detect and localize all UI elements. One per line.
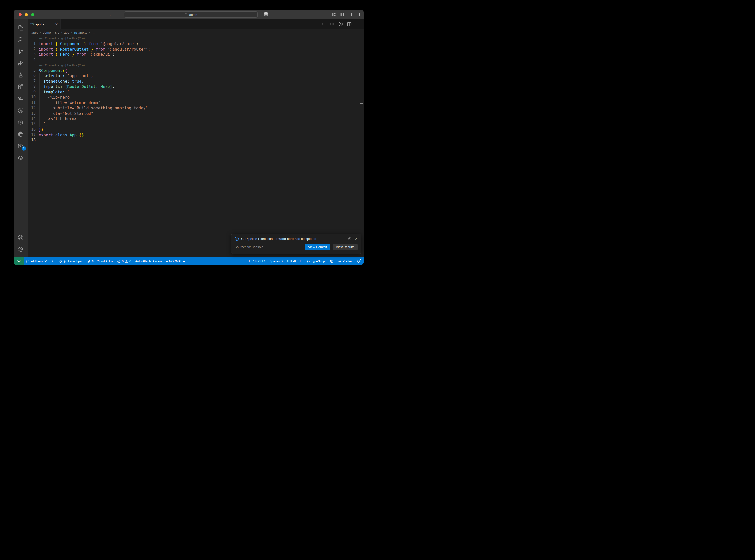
auto-attach-item[interactable]: Auto Attach: Always	[133, 257, 164, 265]
current-position-icon[interactable]	[321, 22, 325, 26]
nav-back-icon[interactable]: ←	[109, 12, 113, 17]
notification-settings-icon[interactable]	[348, 237, 352, 241]
code-editor[interactable]: You, 26 minutes ago | 1 author (You)1imp…	[27, 36, 364, 257]
edge-tools-icon[interactable]	[14, 128, 27, 140]
code-line[interactable]: 10 <lib-hero	[27, 95, 364, 100]
testing-icon[interactable]	[14, 69, 27, 81]
search-icon	[185, 13, 188, 16]
copilot-status-item[interactable]	[328, 257, 336, 265]
problems-item[interactable]: 0 0	[115, 257, 133, 265]
breadcrumb-item[interactable]: TSapp.ts	[74, 31, 87, 34]
breadcrumb-separator: ›	[71, 31, 72, 34]
indent-guide	[44, 95, 44, 121]
code-line[interactable]: 2import { RouterOutlet } from '@angular/…	[27, 46, 364, 52]
toggle-secondary-sidebar-icon[interactable]	[356, 12, 360, 17]
code-line[interactable]: 14 ></lib-hero>	[27, 116, 364, 121]
nav-forward-icon[interactable]: →	[117, 12, 121, 17]
code-line[interactable]: 6 selector: 'app-root',	[27, 73, 364, 79]
branch-item[interactable]: add-hero	[24, 257, 49, 265]
search-value: acme	[190, 13, 197, 17]
gitlens-icon[interactable]	[14, 104, 27, 116]
code-line[interactable]: 8 imports: [RouterOutlet, Hero],	[27, 84, 364, 89]
settings-gear-icon[interactable]	[14, 243, 27, 255]
more-actions-icon[interactable]: ⋯	[356, 22, 360, 26]
accounts-icon[interactable]	[14, 232, 27, 243]
line-number: 2	[27, 46, 39, 52]
code-line[interactable]: 5@Component({	[27, 68, 364, 74]
code-line[interactable]: 7 standalone: true,	[27, 79, 364, 84]
bell-badge-dot	[359, 259, 361, 260]
nx-cloud-fix-label: Nx Cloud AI Fix	[92, 260, 113, 263]
nx-console-icon[interactable]: 2	[14, 140, 27, 152]
editor-group: TS app.ts ✕ ⋯ apps›demo›src›app›TSapp.ts…	[27, 19, 364, 257]
code-line[interactable]: 13 cta="Get Started"	[27, 111, 364, 116]
search-view-icon[interactable]	[14, 34, 27, 45]
overview-ruler-mark	[360, 103, 363, 103]
code-line[interactable]: 15 `,	[27, 121, 364, 127]
close-window-button[interactable]	[19, 13, 22, 16]
tab-close-icon[interactable]: ✕	[55, 22, 58, 26]
breadcrumb-item[interactable]: src	[55, 31, 59, 34]
cursor-position-item[interactable]: Ln 18, Col 1	[247, 257, 267, 265]
remote-indicator[interactable]: ><	[14, 257, 24, 265]
source-control-icon[interactable]	[14, 45, 27, 57]
code-line[interactable]: 18	[27, 138, 364, 143]
view-results-button[interactable]: View Results	[333, 244, 358, 250]
language-mode-item[interactable]: {} TypeScript	[305, 257, 327, 265]
customize-layout-icon[interactable]	[332, 12, 336, 17]
git-compare-item[interactable]	[49, 257, 57, 265]
breadcrumb-separator: ›	[40, 31, 41, 34]
warning-count: 0	[130, 260, 131, 263]
encoding-item[interactable]: UTF-8	[285, 257, 298, 265]
copilot-menu[interactable]: ⌄	[263, 12, 272, 17]
code-line[interactable]: 9 template: `	[27, 89, 364, 95]
extensions-icon[interactable]	[14, 81, 27, 93]
nx-cloud-fix-item[interactable]: Nx Cloud AI Fix	[85, 257, 115, 265]
formatter-item[interactable]: Prettier	[336, 257, 355, 265]
toggle-primary-sidebar-icon[interactable]	[340, 12, 344, 17]
notification-source: Source: Nx Console	[235, 245, 305, 249]
breadcrumb-item[interactable]: …	[92, 31, 95, 34]
hierarchy-view-icon[interactable]	[14, 93, 27, 104]
eol-item[interactable]: LF	[298, 257, 305, 265]
line-number: 17	[27, 132, 39, 138]
launchpad-item[interactable]: Launchpad	[57, 257, 85, 265]
commit-graph-icon[interactable]	[338, 21, 343, 27]
go-back-icon[interactable]	[312, 22, 317, 26]
code-line[interactable]: 1import { Component } from '@angular/cor…	[27, 41, 364, 46]
line-number: 11	[27, 100, 39, 105]
vim-mode-item[interactable]: -- NORMAL --	[164, 257, 187, 265]
containers-icon[interactable]	[14, 152, 27, 164]
breadcrumb-item[interactable]: demo	[43, 31, 51, 34]
line-number: 12	[27, 105, 39, 111]
code-line[interactable]: 12 subtitle="Build something amazing tod…	[27, 105, 364, 111]
notifications-bell-item[interactable]	[355, 257, 362, 265]
breadcrumb-item[interactable]: app	[64, 31, 69, 34]
chevron-down-icon: ⌄	[270, 13, 272, 16]
command-center-search[interactable]: acme	[124, 11, 258, 18]
gitlens-search-icon[interactable]	[14, 116, 27, 128]
traffic-lights	[19, 9, 34, 19]
tab-app-ts[interactable]: TS app.ts ✕	[27, 19, 61, 29]
cloud-upload-icon	[44, 259, 47, 263]
breadcrumb-item[interactable]: apps	[31, 31, 38, 34]
code-line[interactable]: 17export class App {}	[27, 132, 364, 138]
code-line[interactable]: 16})	[27, 127, 364, 132]
indentation-item[interactable]: Spaces: 2	[267, 257, 285, 265]
line-number: 4	[27, 57, 39, 63]
line-number: 14	[27, 116, 39, 121]
run-debug-icon[interactable]	[14, 57, 27, 69]
code-line[interactable]: 3import { Hero } from '@acme/ui';	[27, 52, 364, 57]
explorer-icon[interactable]	[14, 22, 27, 34]
code-line[interactable]: 11 title="Welcmoe demo"	[27, 100, 364, 105]
toggle-panel-icon[interactable]	[347, 12, 352, 17]
minimize-window-button[interactable]	[25, 13, 28, 16]
notification-close-icon[interactable]: ✕	[355, 237, 358, 241]
title-bar: ← → acme ⌄	[14, 9, 364, 19]
split-editor-icon[interactable]	[347, 22, 352, 26]
scrollbar-gutter[interactable]	[360, 36, 360, 257]
zoom-window-button[interactable]	[31, 13, 34, 16]
go-forward-icon[interactable]	[330, 22, 334, 26]
code-line[interactable]: 4	[27, 57, 364, 63]
view-commit-button[interactable]: View Commit	[305, 244, 330, 250]
